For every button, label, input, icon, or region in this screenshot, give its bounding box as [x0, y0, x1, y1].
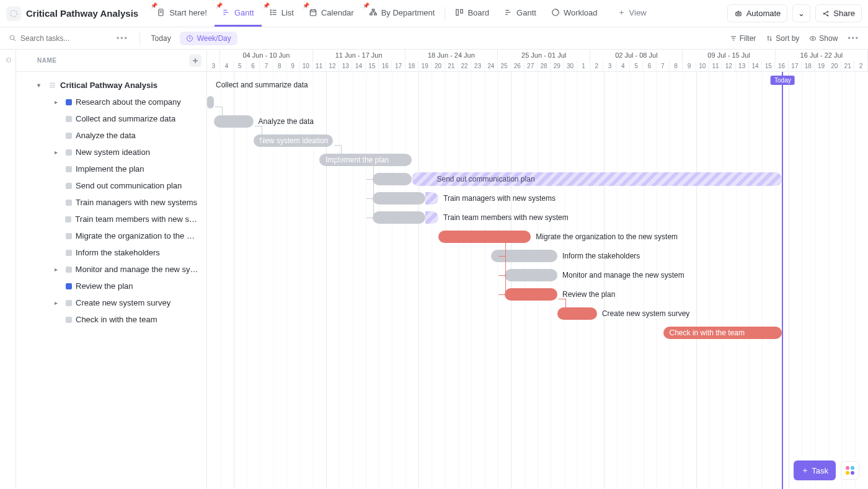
task-row[interactable]: Collect and summarize data — [20, 110, 203, 127]
add-view-button[interactable]: ＋ View — [610, 0, 654, 27]
filter-button[interactable]: Filter — [730, 34, 756, 43]
day-header: 6 — [247, 61, 260, 72]
plus-icon: ＋ — [618, 7, 626, 18]
search-icon — [9, 34, 17, 42]
task-row[interactable]: Migrate the organization to the ne... — [20, 227, 203, 244]
task-status-icon — [66, 283, 72, 289]
add-column-button[interactable]: ＋ — [189, 55, 202, 67]
today-marker: Today — [771, 76, 795, 85]
day-header: 29 — [551, 61, 564, 72]
day-header: 12 — [722, 61, 735, 72]
sort-button[interactable]: Sort by — [766, 34, 799, 43]
svg-point-7 — [270, 10, 271, 11]
svg-point-0 — [11, 10, 17, 17]
day-header: 7 — [260, 61, 273, 72]
gantt-bar[interactable] — [505, 288, 557, 301]
caret-right-icon[interactable]: ▸ — [55, 266, 62, 273]
task-row[interactable]: Analyze the data — [20, 127, 203, 144]
search-input[interactable] — [20, 34, 95, 43]
gantt-bar-overdue[interactable] — [425, 192, 438, 205]
today-button[interactable]: Today — [151, 34, 171, 43]
new-task-button[interactable]: ＋ Task — [794, 460, 836, 480]
task-row[interactable]: ▸New system ideation — [20, 144, 203, 161]
task-label: Train managers with new systems — [76, 198, 197, 207]
gantt-bar-label: Monitor and manage the new system — [557, 268, 684, 282]
gantt-icon — [222, 8, 231, 17]
day-header: 16 — [379, 61, 392, 72]
view-tab-gantt[interactable]: 📌Gantt — [215, 0, 262, 27]
top-bar: Critical Pathway Analysis 📌Start here!📌G… — [0, 0, 868, 27]
automate-dropdown[interactable]: ⌄ — [792, 4, 810, 22]
day-header: 11 — [313, 61, 326, 72]
pin-icon: 📌 — [303, 2, 309, 9]
automate-button[interactable]: Automate — [727, 4, 788, 22]
more-show-options-icon[interactable]: ••• — [848, 34, 859, 43]
day-header: 18 — [802, 61, 815, 72]
view-tab-label: Gantt — [234, 8, 254, 17]
collapse-sidebar-button[interactable] — [0, 50, 16, 489]
task-status-icon — [66, 267, 72, 273]
view-tab-board[interactable]: Board — [448, 0, 497, 27]
gantt-bar[interactable] — [207, 96, 214, 108]
day-header: 15 — [762, 61, 775, 72]
project-title: Critical Pathway Analysis — [60, 81, 157, 90]
gantt-bar[interactable] — [438, 231, 531, 243]
day-header: 14 — [352, 61, 365, 72]
task-row[interactable]: Inform the stakeholders — [20, 244, 203, 261]
pin-icon: 📌 — [363, 2, 370, 9]
task-row[interactable]: Train managers with new systems — [20, 194, 203, 211]
day-header: 24 — [485, 61, 498, 72]
task-row[interactable]: Check in with the team — [20, 311, 203, 328]
view-tab-list[interactable]: 📌List — [262, 0, 301, 27]
task-label: Migrate the organization to the ne... — [76, 231, 199, 240]
task-row[interactable]: ▸Create new system survey — [20, 294, 203, 311]
task-row[interactable]: Train team members with new syst... — [20, 211, 203, 227]
gantt-bar[interactable] — [505, 269, 557, 281]
gantt-bar-label: Check in with the team — [663, 326, 751, 340]
task-row[interactable]: Review the plan — [20, 278, 203, 294]
share-button[interactable]: Share — [815, 4, 862, 22]
caret-down-icon[interactable]: ▾ — [37, 82, 45, 89]
task-label: Create new system survey — [76, 298, 170, 307]
view-tab-calendar[interactable]: 📌Calendar — [301, 0, 361, 27]
day-header: 17 — [392, 61, 405, 72]
day-header: 10 — [696, 61, 709, 72]
gantt-body: TodayCollect and summarize dataAnalyze t… — [207, 72, 868, 489]
project-row[interactable]: ▾ Critical Pathway Analysis — [20, 77, 203, 94]
task-row[interactable]: ▸Monitor and manage the new syst... — [20, 261, 203, 278]
sort-icon — [766, 35, 773, 42]
task-row[interactable]: Send out communication plan — [20, 177, 203, 194]
more-options-icon[interactable]: ••• — [117, 34, 128, 43]
task-row[interactable]: ▸Research about the company — [20, 94, 203, 110]
caret-right-icon[interactable]: ▸ — [55, 149, 62, 156]
view-tab-gantt[interactable]: Gantt — [497, 0, 544, 27]
plus-icon: ＋ — [801, 465, 809, 476]
caret-right-icon[interactable]: ▸ — [55, 299, 62, 306]
view-tab-workload[interactable]: Workload — [544, 0, 605, 27]
day-header: 19 — [815, 61, 828, 72]
gantt-bar[interactable] — [373, 192, 425, 205]
task-sidebar: NAME ＋ ▾ Critical Pathway Analysis ▸Rese… — [16, 50, 207, 489]
view-tab-start-here-[interactable]: 📌Start here! — [149, 0, 215, 27]
view-tab-by-department[interactable]: 📌By Department — [361, 0, 443, 27]
task-label: Collect and summarize data — [76, 114, 175, 123]
task-row[interactable]: Implement the plan — [20, 161, 203, 177]
zoom-toggle[interactable]: Week/Day — [180, 32, 237, 45]
pin-icon: 📌 — [263, 2, 270, 9]
day-header: 15 — [366, 61, 379, 72]
gantt-chart[interactable]: 04 Jun - 10 Jun11 Jun - 17 Jun18 Jun - 2… — [207, 50, 868, 489]
gantt-bar[interactable] — [373, 211, 425, 224]
divider — [140, 32, 140, 45]
chevron-down-icon: ⌄ — [798, 9, 805, 18]
caret-right-icon[interactable]: ▸ — [55, 99, 62, 105]
gantt-icon — [504, 8, 513, 17]
day-header: 8 — [670, 61, 683, 72]
gantt-bar[interactable] — [373, 173, 412, 185]
gantt-bar-label: Implement the plan — [319, 153, 395, 167]
day-header: 26 — [511, 61, 524, 72]
show-button[interactable]: Show — [809, 34, 838, 43]
gantt-bar-overdue[interactable] — [425, 211, 438, 224]
search-wrap — [9, 34, 108, 43]
apps-button[interactable] — [841, 461, 859, 480]
timeline-days: 3456789101112131415161718192021222324252… — [207, 61, 868, 72]
